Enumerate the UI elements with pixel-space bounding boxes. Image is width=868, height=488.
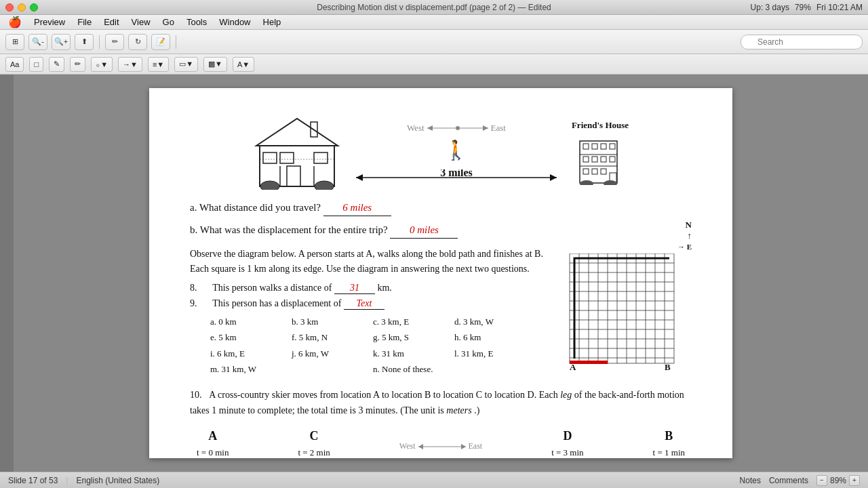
loc-c-time: t = 2 min — [298, 446, 330, 458]
mc-m[interactable]: m. 31 km, W — [210, 361, 278, 377]
svg-point-36 — [604, 180, 617, 185]
mc-i[interactable]: i. 6 km, E — [210, 346, 278, 361]
svg-marker-17 — [356, 174, 363, 181]
q10-diagram: A t = 0 min ⛷ C t = 2 min ⛷ West — [190, 426, 692, 458]
zoom-out-button[interactable]: 🔍- — [28, 34, 47, 50]
svg-marker-67 — [461, 444, 466, 449]
east-label: East — [491, 123, 506, 134]
mc-l[interactable]: l. 31 km, E — [454, 346, 522, 361]
notes-button[interactable]: Notes — [740, 476, 761, 485]
menu-view[interactable]: View — [126, 16, 156, 28]
document-area[interactable]: West East 🚶 — [14, 75, 868, 472]
svg-marker-13 — [427, 125, 433, 131]
menu-preview[interactable]: Preview — [28, 16, 71, 28]
loc-a-label: A — [197, 426, 229, 446]
share-button[interactable]: ⬆ — [75, 34, 94, 50]
svg-point-8 — [315, 181, 334, 190]
q10-west-label: West — [399, 440, 416, 453]
svg-rect-30 — [610, 157, 615, 162]
svg-point-35 — [580, 180, 593, 185]
q10-text3: .) — [474, 405, 479, 415]
close-button[interactable] — [5, 3, 14, 12]
svg-rect-33 — [601, 169, 606, 174]
maximize-button[interactable] — [30, 3, 38, 12]
zoom-level: 89% — [830, 476, 846, 485]
question-a: a. What distance did you travel? 6 miles — [190, 199, 692, 216]
house-diagram: West East 🚶 — [190, 115, 692, 192]
menu-tools[interactable]: Tools — [181, 16, 212, 28]
arrow-button[interactable]: →▼ — [118, 57, 142, 72]
menu-help[interactable]: Help — [258, 16, 287, 28]
menu-file[interactable]: File — [72, 16, 97, 28]
rotate-button[interactable]: ↻ — [128, 34, 147, 50]
language-label: English (United States) — [77, 476, 160, 485]
mc-g[interactable]: g. 5 km, S — [373, 329, 441, 345]
sketch-button[interactable]: □ — [29, 57, 43, 72]
location-a: A t = 0 min ⛷ — [197, 426, 229, 458]
mc-j[interactable]: j. 6 km, W — [292, 346, 359, 361]
zoom-in-status-button[interactable]: + — [849, 475, 860, 486]
line-style-button[interactable]: ≡▼ — [148, 57, 169, 72]
svg-rect-5 — [314, 152, 328, 163]
pencil-button[interactable]: ✎ — [49, 57, 64, 72]
svg-rect-3 — [263, 152, 277, 163]
mc-f[interactable]: f. 5 km, N — [292, 329, 359, 345]
compass-walker-section: West East 🚶 — [355, 123, 558, 186]
mc-c[interactable]: c. 3 km, E — [373, 314, 441, 329]
sidebar-toggle-button[interactable]: ⊞ — [5, 34, 24, 50]
comments-button[interactable]: Comments — [769, 476, 808, 485]
distance-line: 3 miles — [355, 169, 558, 186]
observe-section: N↑→ E — [190, 247, 692, 377]
toolbar: ⊞ 🔍- 🔍+ ⬆ ✏ ↻ 📝 — [0, 30, 868, 54]
mc-row-4: m. 31 km, W n. None of these. — [210, 361, 549, 377]
apple-menu[interactable]: 🍎 — [3, 14, 27, 30]
qa-answer[interactable]: 6 miles — [323, 199, 391, 216]
zoom-control: − 89% + — [816, 475, 860, 486]
mc-e[interactable]: e. 5 km — [210, 329, 278, 345]
menu-edit[interactable]: Edit — [98, 16, 124, 28]
mc-a[interactable]: a. 0 km — [210, 314, 278, 329]
loc-d-label: D — [551, 426, 583, 446]
location-b: B t = 1 min ⛷ — [653, 426, 685, 458]
menubar: 🍎 Preview File Edit View Go Tools Window… — [0, 15, 868, 30]
annotate-button[interactable]: 📝 — [151, 34, 170, 50]
mc-b[interactable]: b. 3 km — [292, 314, 359, 329]
mc-k[interactable]: k. 31 km — [373, 346, 441, 361]
zoom-in-button[interactable]: 🔍+ — [52, 34, 71, 50]
qb-answer[interactable]: 0 miles — [390, 222, 458, 239]
menu-window[interactable]: Window — [214, 16, 256, 28]
zoom-out-status-button[interactable]: − — [816, 475, 827, 486]
q10-meters: meters — [446, 405, 471, 415]
search-input[interactable] — [741, 35, 863, 49]
svg-point-15 — [456, 126, 460, 130]
q8-answer[interactable]: 31 — [334, 283, 375, 294]
highlight-button[interactable]: ✏ — [70, 57, 85, 72]
compass-row: West East — [407, 123, 506, 134]
mc-h[interactable]: h. 6 km — [454, 329, 522, 345]
search-bar[interactable] — [741, 35, 863, 49]
q10-leg: leg — [560, 390, 572, 400]
svg-rect-29 — [601, 157, 606, 162]
mc-d[interactable]: d. 3 km, W — [454, 314, 522, 329]
main-area: West East 🚶 — [0, 75, 868, 472]
q10-text: A cross-country skier moves from locatio… — [209, 390, 557, 400]
q9-answer[interactable]: Text — [344, 298, 384, 310]
font-button[interactable]: Aa — [5, 57, 24, 72]
mc-n[interactable]: n. None of these. — [373, 361, 441, 377]
svg-rect-24 — [592, 144, 597, 149]
fill-button[interactable]: ▩▼ — [203, 57, 227, 72]
shape-button[interactable]: ⬦▼ — [91, 57, 113, 72]
distance-arrow: 3 miles — [355, 169, 558, 186]
menu-go[interactable]: Go — [157, 16, 180, 28]
border-button[interactable]: ▭▼ — [174, 57, 198, 72]
svg-text:B: B — [665, 362, 671, 370]
mc-row-3: i. 6 km, E j. 6 km, W k. 31 km l. 31 km,… — [210, 346, 549, 361]
minimize-button[interactable] — [18, 3, 26, 12]
text-style-button[interactable]: A▼ — [233, 57, 254, 72]
north-label: N↑→ E — [563, 220, 692, 252]
window-title: Describing Motion dist v displacement.pd… — [317, 3, 551, 12]
compass-q10: West East — [399, 440, 482, 453]
loc-d-time: t = 3 min — [551, 446, 583, 458]
markup-button[interactable]: ✏ — [105, 34, 124, 50]
sidebar — [0, 75, 14, 472]
